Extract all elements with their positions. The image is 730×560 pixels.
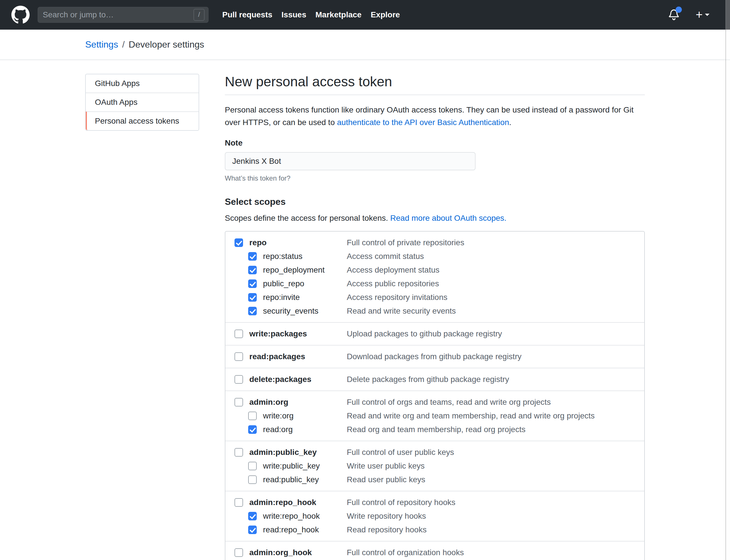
scope-row: delete:packages Delete packages from git…	[234, 373, 635, 385]
scope-description: Full control of orgs and teams, read and…	[347, 396, 551, 408]
scope-row: admin:org_hook Full control of organizat…	[234, 547, 635, 559]
scope-description: Write repository hooks	[347, 510, 426, 522]
intro-period: .	[509, 118, 512, 127]
scope-row: repo Full control of private repositorie…	[234, 237, 635, 249]
scope-row: repo:status Access commit status	[248, 250, 635, 262]
header-nav: Pull requests Issues Marketplace Explore	[218, 7, 405, 23]
scope-checkbox[interactable]	[248, 512, 257, 520]
note-caption: What’s this token for?	[225, 174, 645, 182]
scope-name: write:packages	[249, 328, 347, 340]
scope-checkbox[interactable]	[248, 475, 257, 484]
plus-icon: +	[696, 9, 703, 21]
breadcrumb-current: Developer settings	[129, 39, 204, 50]
note-input[interactable]	[225, 152, 476, 170]
scope-checkbox[interactable]	[234, 330, 243, 338]
scope-row: write:packages Upload packages to github…	[234, 328, 635, 340]
scope-group: read:packages Download packages from git…	[225, 345, 644, 368]
scope-name: write:public_key	[263, 460, 347, 472]
scope-name: delete:packages	[249, 373, 347, 385]
scope-name: repo	[249, 237, 347, 249]
scope-checkbox[interactable]	[234, 498, 243, 507]
nav-explore[interactable]: Explore	[366, 7, 405, 23]
oauth-scopes-link[interactable]: Read more about OAuth scopes.	[391, 214, 507, 222]
page-scrollbar[interactable]	[725, 0, 730, 560]
basic-auth-link[interactable]: authenticate to the API over Basic Authe…	[337, 118, 509, 127]
scope-checkbox[interactable]	[234, 375, 243, 384]
scope-checkbox[interactable]	[248, 252, 257, 261]
scope-description: Access public repositories	[347, 278, 439, 290]
header-search[interactable]: /	[38, 7, 208, 23]
sidebar-item-github-apps[interactable]: GitHub Apps	[86, 74, 199, 93]
scope-row: read:repo_hook Read repository hooks	[248, 524, 635, 536]
caret-down-icon	[705, 14, 709, 16]
nav-pull-requests[interactable]: Pull requests	[218, 7, 277, 23]
nav-marketplace[interactable]: Marketplace	[311, 7, 366, 23]
scope-checkbox[interactable]	[234, 398, 243, 406]
scope-checkbox[interactable]	[234, 352, 243, 361]
sidebar-item-oauth-apps[interactable]: OAuth Apps	[86, 93, 199, 111]
scope-group: repo Full control of private repositorie…	[225, 232, 644, 322]
select-scopes-heading: Select scopes	[225, 197, 645, 207]
breadcrumb-settings-link[interactable]: Settings	[85, 39, 118, 50]
intro-paragraph: Personal access tokens function like ord…	[225, 104, 645, 129]
scope-checkbox[interactable]	[248, 307, 257, 315]
scope-checkbox[interactable]	[248, 462, 257, 470]
scope-checkbox[interactable]	[248, 425, 257, 434]
scope-description: Upload packages to github package regist…	[347, 328, 502, 340]
scope-name: read:org	[263, 424, 347, 436]
scope-name: admin:org_hook	[249, 547, 347, 559]
scope-name: read:public_key	[263, 474, 347, 486]
note-label: Note	[225, 138, 645, 148]
scope-description: Access commit status	[347, 250, 424, 262]
create-new-dropdown[interactable]: +	[696, 9, 709, 21]
scope-description: Delete packages from github package regi…	[347, 373, 509, 385]
scope-name: admin:public_key	[249, 446, 347, 458]
scope-row: security_events Read and write security …	[248, 305, 635, 317]
scope-description: Read and write org and team membership, …	[347, 410, 595, 422]
search-input[interactable]	[43, 10, 193, 19]
scope-description: Full control of user public keys	[347, 446, 454, 458]
scope-group: admin:org Full control of orgs and teams…	[225, 391, 644, 441]
scope-description: Write user public keys	[347, 460, 425, 472]
scope-row: read:public_key Read user public keys	[248, 474, 635, 486]
scope-checkbox[interactable]	[248, 526, 257, 534]
scope-description: Full control of repository hooks	[347, 496, 455, 508]
scope-checkbox[interactable]	[248, 279, 257, 288]
page-title: New personal access token	[225, 74, 645, 95]
header-right: +	[668, 9, 730, 21]
scope-row: write:public_key Write user public keys	[248, 460, 635, 472]
scope-name: read:packages	[249, 351, 347, 363]
scope-checkbox[interactable]	[234, 238, 243, 247]
scope-group: admin:org_hook Full control of organizat…	[225, 541, 644, 560]
scope-group: admin:public_key Full control of user pu…	[225, 441, 644, 491]
scope-checkbox[interactable]	[248, 266, 257, 274]
scope-checkbox[interactable]	[248, 293, 257, 302]
breadcrumb-separator: /	[118, 39, 129, 50]
scope-row: admin:public_key Full control of user pu…	[234, 446, 635, 458]
scope-description: Read org and team membership, read org p…	[347, 424, 526, 436]
scope-description: Access deployment status	[347, 264, 440, 276]
scope-name: public_repo	[263, 278, 347, 290]
scope-description: Full control of organization hooks	[347, 547, 464, 559]
main-column: New personal access token Personal acces…	[225, 74, 645, 560]
nav-issues[interactable]: Issues	[277, 7, 311, 23]
scope-description: Download packages from github package re…	[347, 351, 522, 363]
scope-name: repo_deployment	[263, 264, 347, 276]
scope-row: read:org Read org and team membership, r…	[248, 424, 635, 436]
app-header: / Pull requests Issues Marketplace Explo…	[0, 0, 730, 30]
scope-row: write:org Read and write org and team me…	[248, 410, 635, 422]
scope-name: security_events	[263, 305, 347, 317]
scope-description: Read and write security events	[347, 305, 456, 317]
sidebar-item-personal-access-tokens[interactable]: Personal access tokens	[86, 111, 199, 130]
scopes-intro-text: Scopes define the access for personal to…	[225, 214, 391, 222]
scope-checkbox[interactable]	[234, 448, 243, 457]
github-logo-icon[interactable]	[11, 6, 30, 24]
scope-row: read:packages Download packages from git…	[234, 351, 635, 363]
scope-row: public_repo Access public repositories	[248, 278, 635, 290]
scope-checkbox[interactable]	[234, 548, 243, 557]
scope-name: admin:repo_hook	[249, 496, 347, 508]
scope-description: Read user public keys	[347, 474, 425, 486]
scope-checkbox[interactable]	[248, 412, 257, 420]
notifications-button[interactable]	[668, 9, 680, 21]
scope-name: write:org	[263, 410, 347, 422]
